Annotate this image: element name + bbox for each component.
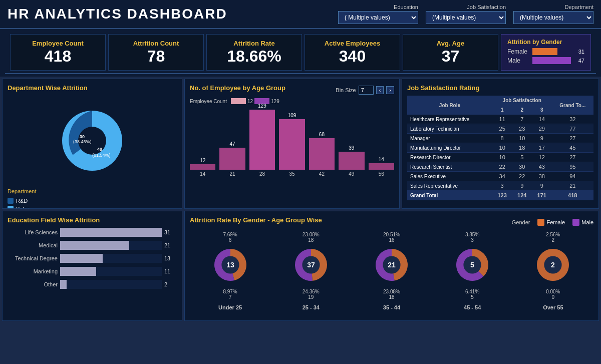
donut-svg: 37 xyxy=(291,245,331,285)
donut-group: 20.51% 16 21 23.08% 18 35 - 44 xyxy=(372,232,412,310)
education-filter-group: Education ( Multiple values) xyxy=(338,4,418,24)
s3-cell: 38 xyxy=(532,172,552,181)
header: HR ANALYTICS DASHBOARD Education ( Multi… xyxy=(0,0,601,29)
total-cell: 95 xyxy=(552,162,593,172)
s2-cell: 18 xyxy=(512,143,532,153)
col-s2: 2 xyxy=(512,105,532,115)
active-employees-value: 340 xyxy=(339,47,366,66)
male-pct: 0.00% xyxy=(546,289,560,294)
donut-age-label: 45 - 54 xyxy=(464,304,481,310)
bin-prev-button[interactable]: ‹ xyxy=(376,86,384,94)
s1-cell: 10 xyxy=(492,153,512,162)
male-cnt: 0 xyxy=(552,294,555,300)
dashboard-title: HR ANALYTICS DASHBOARD xyxy=(8,6,227,22)
satisfaction-table: Job Role Job Satisfaction Grand To... 1 … xyxy=(407,96,593,200)
edu-bar-chart: Life Sciences 31 Medical 21 Technical De… xyxy=(8,228,177,289)
donut-female-info: 7.69% 6 xyxy=(223,232,237,243)
department-filter-label: Department xyxy=(565,4,593,10)
gender-legend: Gender Female Male xyxy=(512,219,593,226)
s1-cell: 34 xyxy=(492,172,512,181)
employee-count-card: Employee Count 418 xyxy=(10,34,106,71)
kpi-row-wrapper: Employee Count 418 Attrition Count 78 At… xyxy=(0,29,601,77)
bin-size-input[interactable] xyxy=(359,86,374,95)
active-employees-card: Active Employees 340 xyxy=(305,34,400,71)
bin-next-button[interactable]: › xyxy=(386,86,394,94)
bar[interactable] xyxy=(190,164,215,170)
donut-male-info: 0.00% 0 xyxy=(546,289,560,300)
edu-field-name: Medical xyxy=(8,242,58,248)
avg-age-label: Avg. Age xyxy=(437,40,464,47)
legend-rd-dot xyxy=(8,198,14,204)
donut-male-info: 8.97% 7 xyxy=(223,289,237,300)
grand-total-label: Grand Total xyxy=(407,191,492,200)
dept-attrition-title: Department Wise Attrition xyxy=(8,84,177,92)
attrition-rate-label: Attrition Rate xyxy=(233,40,274,47)
bar-value: 68 xyxy=(319,132,325,137)
female-bar xyxy=(532,48,557,55)
bar[interactable] xyxy=(219,148,245,170)
age-bar-chart: 12 14 47 21 129 28 109 35 68 42 39 49 14… xyxy=(190,107,394,187)
bar-value: 39 xyxy=(349,145,354,151)
bin-size-label: Bin Size xyxy=(336,87,356,93)
legend-sales-label: Sales xyxy=(16,206,30,209)
bar[interactable] xyxy=(249,110,275,170)
donut-female-info: 23.08% 18 xyxy=(303,232,320,243)
department-filter[interactable]: (Multiple values) xyxy=(513,11,593,24)
female-pct: 7.69% xyxy=(223,232,237,237)
satisfaction-tbody: Healthcare Representative 11 7 14 32 Lab… xyxy=(407,115,593,200)
attrition-count-value: 78 xyxy=(147,47,165,66)
table-row: Manufacturing Director 10 18 17 45 xyxy=(407,143,593,153)
s3-cell: 14 xyxy=(532,115,552,124)
kpi-row: Employee Count 418 Attrition Count 78 At… xyxy=(5,32,596,74)
donut-male-info: 24.36% 19 xyxy=(303,289,320,300)
table-row: Research Scientist 22 30 43 95 xyxy=(407,162,593,172)
bar[interactable] xyxy=(369,163,394,170)
dept-legend-header: Department xyxy=(8,188,177,194)
male-pct: 23.08% xyxy=(383,289,400,294)
department-filter-group: Department (Multiple values) xyxy=(513,4,593,24)
edu-bar-track xyxy=(60,228,162,237)
donut-female-info: 20.51% 16 xyxy=(383,232,400,243)
edu-bar-row: Marketing 11 xyxy=(8,267,177,276)
education-filter[interactable]: ( Multiple values) xyxy=(338,11,418,24)
donut-male-info: 6.41% 5 xyxy=(465,289,479,300)
male-label: Male xyxy=(507,57,530,64)
donut-svg: 5 xyxy=(452,245,492,285)
job-role-cell: Sales Representative xyxy=(407,181,492,191)
table-row: Sales Executive 34 22 38 94 xyxy=(407,172,593,181)
s2-cell: 23 xyxy=(512,124,532,134)
gender-age-panel: Attrition Rate By Gender - Age Group Wis… xyxy=(184,211,599,321)
svg-text:30: 30 xyxy=(80,134,85,139)
female-legend-label: Female xyxy=(546,219,565,225)
s1-cell: 22 xyxy=(492,162,512,172)
donut-wrapper: 13 xyxy=(210,245,250,287)
female-cnt: 2 xyxy=(552,237,555,243)
gender-age-header: Attrition Rate By Gender - Age Group Wis… xyxy=(190,216,593,228)
donut-group: 23.08% 18 37 24.36% 19 25 - 34 xyxy=(291,232,331,310)
edu-field-name: Marketing xyxy=(8,268,58,274)
job-satisfaction-filter[interactable]: (Multiple values) xyxy=(426,11,506,24)
total-cell: 94 xyxy=(552,172,593,181)
col-job-role: Job Role xyxy=(407,96,492,115)
legend-rd-label: R&D xyxy=(16,198,28,204)
attrition-count-card: Attrition Count 78 xyxy=(108,34,204,71)
male-legend-dot xyxy=(572,219,579,226)
bin-size-area: Bin Size ‹ › xyxy=(336,86,394,95)
job-role-cell: Healthcare Representative xyxy=(407,115,492,124)
s3-cell: 17 xyxy=(532,143,552,153)
edu-bar-row: Medical 21 xyxy=(8,241,177,250)
s3-cell: 43 xyxy=(532,162,552,172)
col-grand-total: Grand To... xyxy=(552,96,593,115)
female-pct: 23.08% xyxy=(303,232,320,237)
female-gender-row: Female 31 xyxy=(507,48,584,55)
s2-cell: 10 xyxy=(512,134,532,143)
donut-group: 7.69% 6 13 8.97% 7 Under 25 xyxy=(210,232,250,310)
bar[interactable] xyxy=(309,138,335,170)
job-satisfaction-title: Job Satisfaction Rating xyxy=(407,84,593,92)
grand-total-s2: 124 xyxy=(512,191,532,200)
bar[interactable] xyxy=(339,152,364,170)
bar[interactable] xyxy=(279,119,305,170)
female-pct: 2.56% xyxy=(546,232,560,237)
donut-group: 3.85% 3 5 6.41% 5 45 - 54 xyxy=(452,232,492,310)
table-row: Manager 8 10 9 27 xyxy=(407,134,593,143)
